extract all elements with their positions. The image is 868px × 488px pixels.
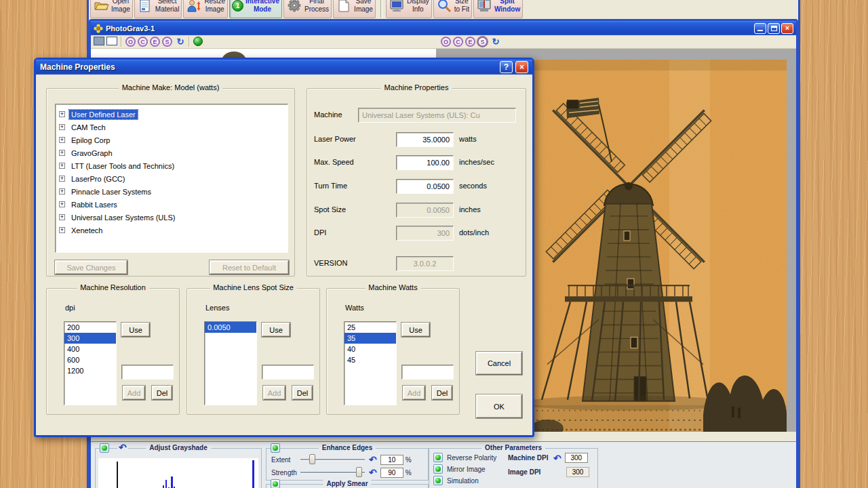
original-view-icon[interactable]: O (125, 37, 136, 47)
dpi-option[interactable]: 600 (64, 354, 116, 365)
max-speed-field[interactable]: 100.00 (396, 155, 454, 170)
main-toolbar: OpenImage SelectMaterial ResizeImage (89, 0, 798, 19)
laser-power-unit: watts (459, 135, 477, 143)
refresh-icon-right[interactable]: ↻ (490, 37, 501, 47)
cascade-view-icon[interactable] (94, 37, 104, 45)
button-label: Image (354, 5, 373, 14)
laser-power-field[interactable]: 35.0000 (396, 132, 454, 147)
dpi-listbox[interactable]: 200 300 400 600 1200 (64, 321, 117, 405)
grayshade-histogram[interactable] (98, 458, 258, 488)
mirror-image-toggle[interactable] (433, 464, 443, 474)
expand-icon[interactable]: + (59, 214, 65, 220)
expand-icon[interactable]: + (59, 201, 65, 207)
tree-item-xenetech[interactable]: Xenetech (69, 226, 104, 235)
watts-option-selected[interactable]: 35 (344, 333, 396, 344)
watts-del-button[interactable]: Del (432, 386, 452, 400)
turn-time-field[interactable]: 0.0500 (396, 179, 454, 194)
extent-undo-icon[interactable]: ↶ (369, 455, 377, 464)
tree-item-cam-tech[interactable]: CAM Tech (69, 123, 108, 132)
machine-label: Machine (314, 110, 342, 119)
contrast-view-icon[interactable]: C (138, 37, 148, 47)
refresh-icon[interactable]: ↻ (175, 37, 186, 47)
expand-icon[interactable]: + (59, 137, 65, 143)
lens-use-button[interactable]: Use (262, 323, 290, 337)
dpi-option[interactable]: 1200 (64, 365, 116, 376)
interactive-mode-button[interactable]: 1 InteractiveMode (229, 0, 282, 18)
help-button[interactable]: ? (500, 61, 513, 73)
simulation-view-icon-right[interactable]: S (477, 37, 488, 47)
engraved-view-icon-right[interactable]: E (465, 37, 475, 47)
final-process-button[interactable]: FinalProcess (283, 0, 332, 18)
image-dpi-label: Image DPI (508, 468, 550, 476)
dpi-option[interactable]: 200 (64, 322, 116, 333)
dialog-close-button[interactable]: × (515, 61, 528, 73)
resize-image-button[interactable]: ResizeImage (183, 0, 228, 18)
size-to-fit-button[interactable]: Sizeto Fit (433, 0, 472, 18)
simulation-toggle[interactable] (433, 476, 443, 485)
grayshade-toggle[interactable] (100, 443, 109, 453)
simulation-view-icon[interactable]: S (162, 37, 172, 47)
close-button[interactable]: × (781, 23, 793, 34)
strength-value[interactable]: 90 (380, 468, 403, 478)
machine-dpi-undo-icon[interactable]: ↶ (553, 453, 561, 463)
dpi-option-selected[interactable]: 300 (64, 333, 116, 344)
group-title: Machine Resolution (77, 283, 149, 291)
expand-icon[interactable]: + (59, 227, 65, 233)
watts-new-value-input[interactable] (401, 365, 454, 380)
apply-smear-toggle[interactable] (271, 479, 280, 488)
strength-undo-icon[interactable]: ↶ (369, 468, 377, 477)
enhance-edges-toggle[interactable] (271, 443, 280, 453)
extent-value[interactable]: 10 (380, 455, 403, 465)
lenses-listbox[interactable]: 0.0050 (204, 321, 257, 405)
lens-new-value-input[interactable] (262, 365, 314, 380)
extent-slider[interactable] (300, 454, 365, 465)
tree-item-gravograph[interactable]: GravoGraph (69, 148, 115, 158)
watts-listbox[interactable]: 25 35 40 45 (344, 321, 397, 405)
resolution-use-button[interactable]: Use (121, 323, 150, 337)
tree-item-pinnacle[interactable]: Pinnacle Laser Systems (69, 187, 153, 197)
watts-option[interactable]: 40 (344, 344, 396, 354)
tree-item-epilog[interactable]: Epilog Corp (69, 136, 112, 145)
maximize-button[interactable] (768, 23, 780, 34)
strength-slider[interactable] (300, 467, 365, 478)
document-titlebar[interactable]: PhotoGrav3-1 × (91, 21, 796, 35)
lens-option-selected[interactable]: 0.0050 (205, 322, 256, 333)
process-sphere-icon[interactable] (193, 37, 203, 46)
expand-icon[interactable]: + (59, 124, 65, 130)
grayshade-undo-icon[interactable]: ↶ (117, 443, 128, 452)
machine-make-tree[interactable]: +User Defined Laser +CAM Tech +Epilog Co… (55, 104, 288, 253)
resolution-del-button[interactable]: Del (152, 386, 172, 400)
single-view-icon[interactable] (106, 37, 117, 45)
contrast-view-icon-right[interactable]: C (453, 37, 463, 47)
expand-icon[interactable]: + (59, 111, 65, 117)
resolution-new-value-input[interactable] (121, 365, 174, 380)
tree-item-user-defined[interactable]: User Defined Laser (69, 110, 138, 119)
expand-icon[interactable]: + (59, 163, 65, 169)
tree-item-ltt[interactable]: LTT (Laser Tools and Technics) (69, 161, 176, 171)
display-info-button[interactable]: DisplayInfo (386, 0, 432, 18)
lens-del-button[interactable]: Del (292, 386, 313, 400)
watts-option[interactable]: 45 (344, 354, 396, 365)
expand-icon[interactable]: + (59, 176, 65, 182)
minimize-button[interactable] (754, 23, 766, 34)
machine-dpi-value[interactable]: 300 (565, 453, 588, 463)
watts-use-button[interactable]: Use (401, 323, 430, 337)
dpi-option[interactable]: 400 (64, 344, 116, 354)
select-material-button[interactable]: SelectMaterial (134, 0, 182, 18)
split-window-button[interactable]: SplitWindow (473, 0, 523, 18)
expand-icon[interactable]: + (59, 150, 65, 156)
spot-size-label: Spot Size (314, 205, 346, 214)
tree-item-laserpro[interactable]: LaserPro (GCC) (69, 174, 127, 184)
reverse-polarity-toggle[interactable] (433, 453, 443, 462)
watts-option[interactable]: 25 (344, 322, 396, 333)
original-view-icon-right[interactable]: O (441, 37, 451, 47)
tree-item-rabbit[interactable]: Rabbit Lasers (69, 200, 119, 209)
open-image-button[interactable]: OpenImage (90, 0, 133, 18)
expand-icon[interactable]: + (59, 188, 65, 195)
dialog-titlebar[interactable]: Machine Properties ? × (36, 60, 532, 75)
ok-button[interactable]: OK (476, 394, 522, 418)
cancel-button[interactable]: Cancel (476, 352, 522, 375)
save-image-button[interactable]: SaveImage (333, 0, 376, 18)
engraved-view-icon[interactable]: E (150, 37, 160, 47)
tree-item-uls[interactable]: Universal Laser Systems (ULS) (69, 213, 177, 222)
